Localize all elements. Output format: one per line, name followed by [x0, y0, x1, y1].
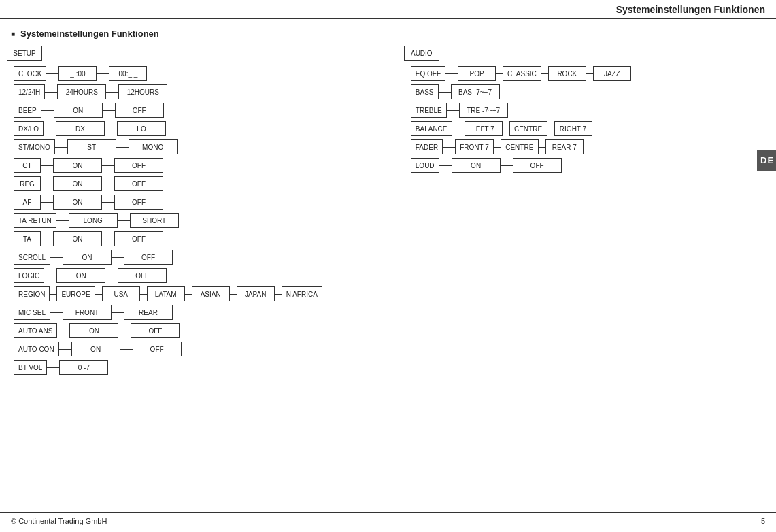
stmono-label: ST/MONO [14, 139, 55, 154]
micsel-row: MIC SEL FRONT REAR [14, 305, 322, 320]
region-nafrica: N AFRICA [282, 286, 322, 301]
balance-row: BALANCE LEFT 7 CENTRE RIGHT 7 [411, 121, 631, 136]
conn [55, 147, 67, 148]
page-footer: © Continental Trading GmbH 5 [0, 512, 776, 525]
conn [44, 129, 56, 129]
conn [56, 220, 69, 221]
beep-row: BEEP ON OFF [14, 103, 322, 118]
bass-row: BASS BAS -7~+7 [411, 84, 631, 99]
clock-label: CLOCK [14, 66, 46, 81]
1224h-opt2: 12HOURS [118, 84, 167, 99]
eqoff-label: EQ OFF [411, 66, 445, 81]
bass-range: BAS -7~+7 [451, 84, 500, 99]
btvol-row: BT VOL 0 -7 [14, 360, 322, 375]
ct-opt2: OFF [114, 158, 163, 173]
conn [443, 147, 455, 148]
af-label: AF [14, 195, 41, 210]
stmono-row: ST/MONO ST MONO [14, 139, 322, 154]
autocon-label: AUTO CON [14, 342, 59, 356]
af-row: AF ON OFF [14, 195, 322, 210]
taretun-row: TA RETUN LONG SHORT [14, 213, 322, 228]
copyright: © Continental Trading GmbH [11, 517, 107, 525]
conn [45, 92, 57, 93]
conn [547, 129, 554, 129]
region-latam: LATAM [147, 286, 185, 301]
reg-label: REG [14, 176, 41, 191]
conn [102, 184, 114, 184]
conn [41, 239, 53, 239]
conn [41, 165, 53, 166]
conn [44, 276, 56, 276]
af-opt1: ON [53, 195, 102, 210]
audio-label-box: AUDIO [404, 46, 439, 61]
conn [445, 73, 458, 74]
conn [102, 202, 114, 203]
reg-opt2: OFF [114, 176, 163, 191]
setup-label-box: SETUP [7, 46, 42, 61]
stmono-opt2: MONO [129, 139, 178, 154]
section-title: Systemeinstellungen Funktionen [0, 19, 776, 46]
conn [452, 129, 465, 129]
conn [50, 294, 56, 295]
logic-label: LOGIC [14, 268, 44, 283]
dxlo-opt1: DX [56, 121, 105, 136]
dxlo-label: DX/LO [14, 121, 44, 136]
autoans-opt1: ON [69, 323, 118, 338]
micsel-opt2: REAR [124, 305, 173, 320]
1224h-label: 12/24H [14, 84, 45, 99]
taretun-opt1: LONG [69, 213, 118, 228]
conn [586, 73, 593, 74]
ta-opt2: OFF [114, 231, 163, 246]
loud-off: OFF [513, 158, 562, 173]
af-opt2: OFF [114, 195, 163, 210]
micsel-opt1: FRONT [63, 305, 112, 320]
scroll-label: SCROLL [14, 250, 50, 265]
12-24h-row: 12/24H 24HOURS 12HOURS [14, 84, 322, 99]
loud-on: ON [452, 158, 501, 173]
conn [105, 276, 118, 276]
balance-centre: CENTRE [509, 121, 547, 136]
conn [105, 129, 117, 129]
conn [50, 257, 63, 258]
beep-label: BEEP [14, 103, 41, 118]
conn [97, 73, 109, 74]
autocon-opt1: ON [71, 342, 120, 356]
conn [59, 349, 71, 350]
beep-opt1: ON [54, 103, 103, 118]
eqoff-jazz: JAZZ [593, 66, 631, 81]
clock-row: CLOCK _ :00 00:_ _ [14, 66, 322, 81]
stmono-opt1: ST [67, 139, 116, 154]
conn [503, 129, 509, 129]
conn [106, 92, 118, 93]
reg-row: REG ON OFF [14, 176, 322, 191]
ct-opt1: ON [53, 158, 102, 173]
ct-label: CT [14, 158, 41, 173]
conn [46, 73, 58, 74]
audio-panel: AUDIO EQ OFF POP CLASSIC ROCK JAZZ BASS … [404, 46, 631, 176]
region-europe: EUROPE [56, 286, 95, 301]
clock-opt2: 00:_ _ [109, 66, 147, 81]
conn [103, 110, 115, 111]
ta-opt1: ON [53, 231, 102, 246]
conn [41, 202, 53, 203]
conn [116, 147, 129, 148]
conn [541, 73, 548, 74]
balance-label: BALANCE [411, 121, 452, 136]
region-asian: ASIAN [192, 286, 230, 301]
logic-opt2: OFF [118, 268, 167, 283]
conn [140, 294, 147, 295]
conn [539, 147, 545, 148]
conn [496, 73, 503, 74]
loud-label: LOUD [411, 158, 439, 173]
conn [230, 294, 237, 295]
panels-area: SETUP CLOCK _ :00 00:_ _ 12/24H 24HOURS … [0, 46, 776, 378]
conn [41, 110, 54, 111]
conn [41, 184, 53, 184]
balance-right: RIGHT 7 [554, 121, 592, 136]
loud-row: LOUD ON OFF [411, 158, 631, 173]
section-title-text: Systemeinstellungen Funktionen [20, 29, 159, 39]
setup-rows: CLOCK _ :00 00:_ _ 12/24H 24HOURS 12HOUR… [7, 66, 322, 375]
conn [47, 367, 59, 368]
autoans-row: AUTO ANS ON OFF [14, 323, 322, 338]
conn [112, 257, 124, 258]
